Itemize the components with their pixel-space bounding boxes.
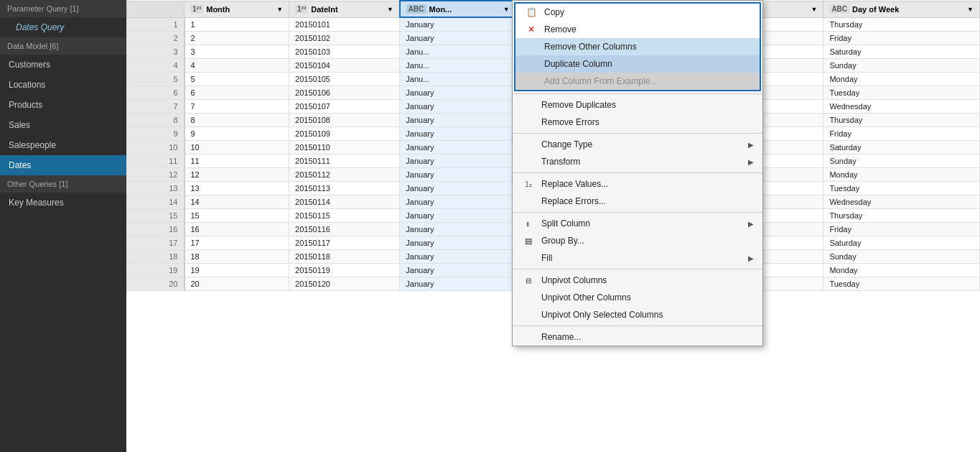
cell-rownum: 5 (127, 73, 185, 86)
cell-month: 2 (185, 32, 289, 45)
sidebar-item-products[interactable]: Products (0, 95, 126, 115)
col-rownum (127, 1, 185, 17)
sidebar-item-locations[interactable]: Locations (0, 75, 126, 95)
cell-dow: Tuesday (823, 277, 980, 291)
menu-item-change-type[interactable]: Change Type ▶ (513, 136, 762, 153)
sidebar-item-salespeople[interactable]: Salespeople (0, 135, 126, 155)
cell-dow: Sunday (823, 59, 980, 73)
cell-monthname: January (400, 168, 516, 182)
cell-rownum: 8 (127, 114, 185, 127)
menu-transform-label: Transform (541, 157, 742, 167)
group-by-icon: ▤ (521, 236, 536, 246)
col-dateint-label: DateInt (311, 5, 337, 14)
menu-divider-4 (513, 212, 762, 213)
cell-dateint: 20150107 (289, 100, 400, 114)
cell-dow: Saturday (823, 141, 980, 154)
cell-dow: Tuesday (823, 86, 980, 100)
sidebar-item-customers[interactable]: Customers (0, 55, 126, 75)
col-diw-dropdown[interactable]: ▼ (811, 6, 817, 13)
sidebar-item-key-measures[interactable]: Key Measures (0, 193, 126, 213)
cell-monthname: January (400, 236, 516, 250)
cell-monthname: January (400, 154, 516, 168)
cell-monthname: January (400, 223, 516, 236)
col-month-dropdown[interactable]: ▼ (276, 6, 283, 13)
cell-dow: Friday (823, 32, 980, 45)
menu-item-rename[interactable]: Rename... (513, 328, 762, 346)
menu-fill-label: Fill (541, 253, 742, 263)
col-monthname[interactable]: ABC Mon... ▼ (400, 1, 516, 17)
col-dayofweek[interactable]: ABC Day of Week ▼ (823, 1, 980, 17)
col-dow-dropdown[interactable]: ▼ (967, 6, 974, 13)
menu-item-fill[interactable]: Fill ▶ (513, 249, 762, 267)
context-menu[interactable]: 📋 Copy ✕ Remove Remove Other Columns Dup… (512, 0, 763, 346)
menu-item-unpivot-selected[interactable]: Unpivot Only Selected Columns (513, 306, 762, 323)
menu-item-remove-other-columns[interactable]: Remove Other Columns (515, 38, 760, 55)
cell-month: 8 (185, 114, 289, 127)
sidebar-item-dates[interactable]: Dates (0, 155, 126, 175)
menu-item-split-column[interactable]: ⫾ Split Column ▶ (513, 215, 762, 232)
cell-month: 12 (185, 168, 289, 182)
cell-monthname: Janu... (400, 59, 516, 73)
cell-dow: Monday (823, 73, 980, 86)
cell-dateint: 20150106 (289, 86, 400, 100)
cell-dow: Saturday (823, 236, 980, 250)
menu-divider-6 (513, 326, 762, 326)
menu-item-duplicate-column[interactable]: Duplicate Column (515, 55, 760, 73)
cell-dateint: 20150102 (289, 32, 400, 45)
cell-month: 13 (185, 182, 289, 195)
cell-month: 7 (185, 100, 289, 114)
menu-item-remove-errors[interactable]: Remove Errors (513, 114, 762, 131)
menu-item-copy[interactable]: 📋 Copy (515, 4, 760, 21)
menu-item-unpivot-other[interactable]: Unpivot Other Columns (513, 289, 762, 306)
cell-month: 17 (185, 236, 289, 250)
sidebar-item-dates-query[interactable]: Dates Query (0, 17, 126, 37)
cell-rownum: 15 (127, 209, 185, 223)
fill-arrow: ▶ (748, 254, 754, 262)
cell-rownum: 17 (127, 236, 185, 250)
menu-item-replace-errors[interactable]: Replace Errors... (513, 193, 762, 210)
cell-month: 4 (185, 59, 289, 73)
cell-dateint: 20150111 (289, 154, 400, 168)
cell-month: 16 (185, 223, 289, 236)
cell-dateint: 20150113 (289, 182, 400, 195)
menu-replace-errors-label: Replace Errors... (541, 196, 754, 206)
cell-dow: Thursday (823, 209, 980, 223)
cell-dateint: 20150103 (289, 45, 400, 59)
cell-dow: Tuesday (823, 182, 980, 195)
col-monthname-dropdown[interactable]: ▼ (503, 6, 510, 13)
cell-rownum: 9 (127, 127, 185, 141)
menu-divider-2 (513, 133, 762, 134)
cell-rownum: 16 (127, 223, 185, 236)
type-icon-dow: ABC (829, 4, 849, 14)
table-container[interactable]: 1²³ Month ▼ 1²³ DateInt ▼ (126, 0, 980, 452)
menu-item-replace-values[interactable]: 1₂ Replace Values... (513, 175, 762, 193)
col-dateint[interactable]: 1²³ DateInt ▼ (289, 1, 400, 17)
cell-rownum: 14 (127, 195, 185, 209)
menu-unpivot-other-label: Unpivot Other Columns (541, 292, 754, 303)
remove-icon: ✕ (524, 24, 538, 34)
sidebar-section-parameter-query[interactable]: Parameter Query [1] (0, 0, 126, 17)
cell-dateint: 20150116 (289, 223, 400, 236)
cell-dow: Friday (823, 127, 980, 141)
menu-item-transform[interactable]: Transform ▶ (513, 153, 762, 170)
cell-dow: Sunday (823, 250, 980, 264)
cell-rownum: 20 (127, 277, 185, 291)
menu-item-add-column-from-example[interactable]: Add Column From Example... (515, 73, 760, 90)
cell-monthname: January (400, 209, 516, 223)
col-dateint-dropdown[interactable]: ▼ (387, 6, 393, 13)
change-type-arrow: ▶ (748, 141, 754, 149)
sidebar: Parameter Query [1] Dates Query Data Mod… (0, 0, 126, 452)
sidebar-section-data-model[interactable]: Data Model [6] (0, 37, 126, 55)
cell-month: 5 (185, 73, 289, 86)
cell-dow: Thursday (823, 114, 980, 127)
cell-monthname: January (400, 32, 516, 45)
menu-item-remove-duplicates[interactable]: Remove Duplicates (513, 96, 762, 114)
menu-item-group-by[interactable]: ▤ Group By... (513, 232, 762, 249)
cell-dateint: 20150105 (289, 73, 400, 86)
menu-unpivot-label: Unpivot Columns (541, 275, 754, 285)
menu-item-remove[interactable]: ✕ Remove (515, 21, 760, 38)
sidebar-item-sales[interactable]: Sales (0, 115, 126, 135)
col-month[interactable]: 1²³ Month ▼ (185, 1, 289, 17)
menu-item-unpivot-columns[interactable]: ⊟ Unpivot Columns (513, 272, 762, 289)
sidebar-section-other-queries[interactable]: Other Queries [1] (0, 175, 126, 193)
